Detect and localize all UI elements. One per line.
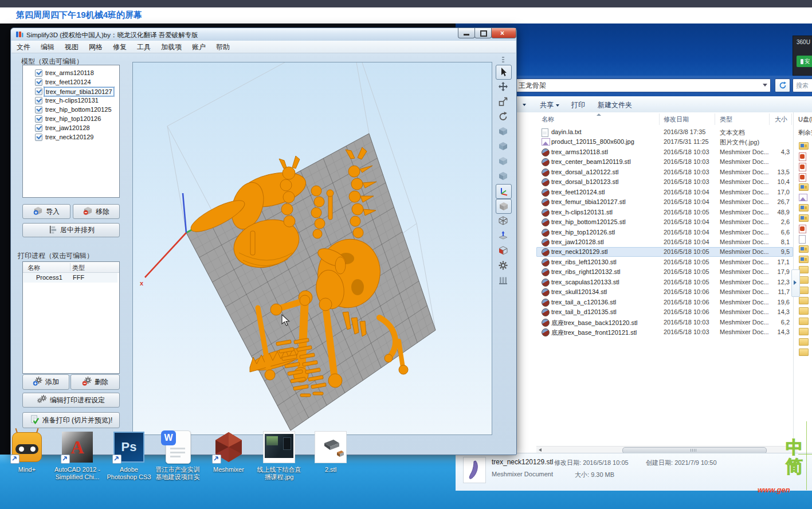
solid-view-cube-icon[interactable] [496,199,512,214]
simplify3d-titlebar[interactable]: Simplify3D (授权给中国人)by：晓龙汉化翻译 吾爱破解专版 × [11,28,516,41]
machine-settings-gear-icon[interactable] [496,259,511,272]
coordinate-axes-icon[interactable] [496,184,512,199]
refresh-button[interactable] [775,79,790,92]
file-row[interactable]: trex_h-clips120131.stl2016/5/18 10:05Mes… [536,207,793,217]
cross-section-icon[interactable] [496,244,511,257]
file-row[interactable]: trex_femur_tibia120127.stl2016/5/18 10:0… [536,197,793,207]
folder-icon[interactable] [799,338,808,346]
center-arrange-button[interactable]: 居中并排列 [22,223,120,237]
file-row[interactable]: trex_tail_b_d120135.stl2016/5/18 10:06Me… [536,307,793,317]
rotate-tool-icon[interactable] [496,109,511,123]
file-row[interactable]: trex_neck120129.stl2016/5/18 10:05Meshmi… [536,247,793,257]
model-checkbox[interactable] [35,115,42,123]
menu-2[interactable]: 编辑 [36,41,60,54]
media-folder-icon[interactable] [799,183,808,191]
desktop-icon-autocad[interactable]: AAutoCAD 2012 - Simplified Chi... [53,430,101,485]
process-col-name[interactable]: 名称 [28,264,40,272]
wireframe-view-cube-icon[interactable] [496,214,511,228]
add-process-button[interactable]: 添加 [22,374,69,390]
popup-360-install-button[interactable]: 安 [797,56,812,67]
close-button[interactable]: × [491,28,516,38]
file-row[interactable]: trex_hip_bottom120125.stl2016/5/18 10:04… [536,217,793,227]
file-row[interactable]: trex_ribs_right120132.stl2016/5/18 10:05… [536,267,793,277]
desktop-icon-meshmixer[interactable]: Meshmixer [205,430,253,485]
surface-normal-icon[interactable] [496,229,511,242]
column-header-size[interactable]: 大小 [775,115,787,124]
menu-3[interactable]: 视图 [60,41,84,54]
toolbar-hidden-caret[interactable] [520,100,526,108]
menu-9[interactable]: 帮助 [211,41,235,54]
menu-5[interactable]: 修复 [108,41,132,54]
menu-8[interactable]: 账户 [187,41,211,54]
menu-1[interactable]: 文件 [11,41,36,54]
minimize-button[interactable] [458,28,475,38]
build-plate-viewport[interactable]: x [132,62,492,435]
media-folder-icon[interactable] [799,142,808,150]
file-row[interactable]: trex_center_beam120119.stl2016/5/18 10:0… [536,157,793,167]
edit-process-button[interactable]: 编辑打印进程设定 [22,393,120,408]
process-row[interactable]: Process1 FFF [23,273,117,283]
print-button[interactable]: 打印 [571,100,585,110]
desktop-icon-jpg-file[interactable]: 线上线下结合直播课程.jpg [255,430,303,485]
media-folder-icon[interactable] [799,256,808,264]
remove-button[interactable]: 移除 [73,204,120,219]
model-checkbox[interactable] [35,97,42,104]
preview-pane-expander[interactable] [791,269,800,297]
model-checkbox[interactable] [35,106,42,113]
file-row[interactable]: trex_skull120134.stl2016/5/18 10:06Meshm… [536,287,793,297]
model-checkbox[interactable] [35,88,42,95]
file-row[interactable]: trex_hip_top120126.stl2016/5/18 10:04Mes… [536,228,793,237]
model-checkbox[interactable] [35,79,42,86]
column-header-name[interactable]: 名称 [542,115,554,124]
ppt-file-icon[interactable] [799,163,808,171]
media-folder-icon[interactable] [799,214,808,222]
new-folder-button[interactable]: 新建文件夹 [598,100,632,110]
image-file-icon[interactable] [799,194,808,202]
file-row[interactable]: trex_arms120118.stl2016/5/18 10:03Meshmi… [536,147,793,157]
file-row[interactable]: trex_tail_a_c120136.stl2016/5/18 10:06Me… [536,297,793,307]
select-cursor-icon[interactable] [496,65,512,80]
file-row[interactable]: trex_ribs_left120130.stl2016/5/18 10:05M… [536,257,793,267]
file-row[interactable]: trex_dorsal_b120123.stl2016/5/18 10:03Me… [536,177,793,187]
folder-icon[interactable] [799,349,808,357]
menu-4[interactable]: 网格 [84,41,108,54]
desktop-icon-mindplus[interactable]: Mind+ [3,430,51,485]
file-row[interactable]: 底座trex_base_front120121.stl2016/5/18 10:… [536,327,793,337]
menu-7[interactable]: 加载项 [156,41,187,54]
ppt-file-icon[interactable] [799,152,808,160]
prepare-print-button[interactable]: 准备打印 (切片并预览)! [22,412,120,428]
support-structures-icon[interactable] [496,273,511,287]
move-tool-icon[interactable] [496,80,511,93]
delete-process-button[interactable]: 删除 [70,374,120,390]
file-row[interactable]: dayin.la.txt2016/3/8 17:35文本文档 [536,127,793,137]
desktop-icon-stl-file[interactable]: 2.stl [307,430,355,485]
share-button[interactable]: 共享 [540,100,559,110]
model-checkbox[interactable] [35,134,42,141]
model-checkbox[interactable] [35,69,42,77]
blank-file-icon[interactable] [799,235,808,243]
file-row[interactable]: product_120115_800x600.jpg2017/5/31 11:2… [536,137,793,147]
view-cube-front-icon[interactable] [496,124,511,138]
folder-icon[interactable] [799,318,808,326]
folder-icon[interactable] [799,297,808,305]
view-cube-top-icon[interactable] [496,154,511,168]
search-box[interactable]: 搜索 [793,79,812,92]
file-row[interactable]: 底座trex_base_back120120.stl2016/5/18 10:0… [536,318,793,327]
folder-icon[interactable] [799,276,808,284]
ppt-file-icon[interactable] [799,225,808,233]
folder-icon[interactable] [799,307,808,315]
column-header-type[interactable]: 类型 [720,115,732,124]
file-row[interactable]: trex_scapulas120133.stl2016/5/18 10:05Me… [536,277,793,287]
media-folder-icon[interactable] [799,245,808,253]
scale-tool-icon[interactable] [496,95,511,108]
model-checkbox[interactable] [35,124,42,132]
address-dropdown-icon[interactable] [763,84,767,87]
view-cube-iso-icon[interactable] [496,169,511,183]
folder-icon[interactable] [799,266,808,274]
column-header-modified[interactable]: 修改日期 [664,115,689,124]
scroll-left-arrow-icon[interactable] [539,448,542,452]
menu-6[interactable]: 工具 [132,41,156,54]
file-row[interactable]: trex_dorsal_a120122.stl2016/5/18 10:03Me… [536,167,793,177]
process-col-type[interactable]: 类型 [72,264,85,272]
ppt-file-icon[interactable] [799,173,808,181]
